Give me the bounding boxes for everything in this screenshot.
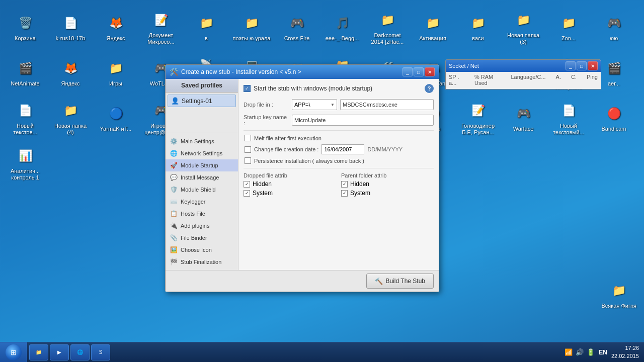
nav-keylogger[interactable]: ⌨️ Keylogger [166,196,238,208]
date-input-field[interactable]: 16/04/2007 [321,144,364,154]
nav-stub-finalization[interactable]: 🏁 Stub Finalization [166,256,238,268]
taskbar-media-btn[interactable]: ▶ [50,344,69,360]
drop-file-label: Drop file in : [244,102,289,108]
profile-list: 👤 Settings-01 [166,93,238,133]
secondary-maximize-btn[interactable]: □ [577,61,587,70]
taskbar-folder-btn[interactable]: 📁 [29,344,48,360]
melt-file-row: Melt file after first execution [244,135,434,141]
desktop-icon-igry[interactable]: 📁 Игры [93,50,138,96]
desktop-icon-yandex2[interactable]: 🦊 Яндекс [48,50,93,96]
change-date-checkbox[interactable] [245,146,251,153]
stub-finalization-icon: 🏁 [170,258,178,266]
desktop-icon-recycle[interactable]: 🗑️ Корзина [3,5,48,50]
build-stub-button[interactable]: 🔨 Build The Stub [366,274,434,289]
profile-item-settings01[interactable]: 👤 Settings-01 [168,95,236,107]
date-format-hint: DD/MM/YYYY [367,146,403,152]
dropped-hidden-checkbox[interactable]: ✓ [244,181,250,188]
parent-hidden-checkbox[interactable]: ✓ [341,181,348,188]
nav-choose-icon[interactable]: 🖼️ Choose Icon [166,244,238,256]
col-c: C. [571,74,577,86]
desktop-icon-bandicam[interactable]: 🔴 Bandicam [591,96,636,141]
desktop-icon-analitik[interactable]: 📊 Аналитич... контроль 1 [3,141,48,186]
desktop-icon-vsyak[interactable]: 📁 Всякая Фигня [599,278,639,312]
desktop-icon-newfolder3[interactable]: 📁 Новая папка (3) [501,5,546,50]
nav-choose-icon-label: Choose Icon [181,247,212,253]
desktop-icon-newfolder4[interactable]: 📁 Новая папка (4) [48,96,93,141]
drop-file-row: Drop file in : APP=\ ▼ MSDCSC\msdcsc.exe [244,99,434,110]
melt-file-checkbox[interactable] [245,135,251,141]
nav-stub-finalization-label: Stub Finalization [181,259,221,265]
start-button[interactable]: ⊞ [0,342,27,363]
parent-attrib-title: Parent folder attrib [341,172,434,178]
tray-network-icon: 📶 [565,348,573,356]
nav-module-startup[interactable]: 🚀 Module Startup [166,159,238,171]
desktop-icon-darkcomet[interactable]: 📁 Darkcomet 2014 [zHac... [365,5,410,50]
help-button[interactable]: ? [425,84,434,93]
desktop-icon-folder-b[interactable]: 📁 в [184,5,229,50]
taskbar-skype-btn[interactable]: S [91,344,110,360]
desktop-icon-netanimate[interactable]: 🎬 NetAnimate [3,50,48,96]
hosts-file-icon: 📋 [170,210,178,218]
taskbar-folder-icon: 📁 [35,348,43,356]
dropped-system-checkbox[interactable]: ✓ [244,190,250,197]
parent-system-item: ✓ System [341,190,434,197]
drop-file-dropdown[interactable]: APP=\ ▼ [292,99,337,110]
nav-hosts-file-label: Hosts File [181,211,205,217]
taskbar-right: 📶 🔊 🔋 EN 17:26 22.02.2015 [559,344,644,360]
desktop-icon-newtext[interactable]: 📄 Новый текстов... [3,96,48,141]
dialog-close-btn[interactable]: ✕ [425,67,435,76]
dropped-attrib-title: Dropped file attrib [244,172,336,178]
profile-item-label: Settings-01 [182,98,212,105]
desktop-icon-newtext3[interactable]: 📄 Новый текстовый... [546,96,591,141]
desktop-icon-word[interactable]: 📝 Документ Микросо... [138,5,184,50]
drop-file-path-value: MSDCSC\msdcsc.exe [343,102,397,108]
nav-main-settings[interactable]: ⚙️ Main Settings [166,135,238,147]
desktop-icon-yuy[interactable]: 🎮 юю [591,5,636,50]
nav-hosts-file[interactable]: 📋 Hosts File [166,208,238,220]
module-startup-checkbox[interactable]: ✓ [244,85,251,92]
startup-key-input[interactable]: MicroUpdate [292,115,434,126]
secondary-window-body: SP . a... % RAM Used Language/C... A. C.… [446,72,601,88]
dialog-title-icon: 🛠️ [170,68,178,76]
parent-hidden-label: Hidden [350,180,369,188]
dialog-restore-btn[interactable]: □ [414,67,424,76]
desktop-icon-vasi[interactable]: 📁 васи [455,5,501,50]
dialog-title-text: Create a new stub - Installer version < … [181,68,301,75]
titlebar-controls: _ □ ✕ [403,67,435,76]
desktop-icon-yandex[interactable]: 🦊 Яндекс [93,5,138,50]
desktop-icon-crossfire[interactable]: 🎮 Cross Fire [274,5,319,50]
desktop-icon-warface[interactable]: 🎮 Warface [501,96,546,141]
startup-key-value: MicroUpdate [294,117,326,123]
dialog-minimize-btn[interactable]: _ [403,67,413,76]
secondary-close-btn[interactable]: ✕ [588,61,598,70]
nav-main-settings-label: Main Settings [181,138,214,144]
nav-file-binder[interactable]: 📎 File Binder [166,232,238,244]
nav-module-shield[interactable]: 🛡️ Module Shield [166,184,238,196]
desktop-icon-krus[interactable]: 📄 k-rus10-17b [48,5,93,50]
file-binder-icon: 📎 [170,234,178,242]
taskbar-language: EN [599,349,607,356]
desktop-icon-golovod[interactable]: 📝 Головодинер Б.Е, Русан... [455,96,501,141]
nav-install-message[interactable]: 💬 Install Message [166,171,238,184]
parent-system-checkbox[interactable]: ✓ [341,190,348,197]
nav-add-plugins-label: Add plugins [181,223,210,229]
desktop-icon-poems[interactable]: 📁 поэты ю.урала [229,5,274,50]
nav-add-plugins[interactable]: 🔌 Add plugins [166,220,238,232]
right-panel: ✓ Start the stub with windows (module st… [238,79,439,270]
taskbar-browser-btn[interactable]: 🌐 [70,344,90,360]
change-date-row: Change file creation date : 16/04/2007 D… [244,144,434,154]
secondary-minimize-btn[interactable]: _ [566,61,576,70]
drop-file-path-input[interactable]: MSDCSC\msdcsc.exe [340,99,434,110]
add-plugins-icon: 🔌 [170,222,178,230]
profile-icon: 👤 [171,97,179,105]
desktop-icon-zone[interactable]: 📁 Zon... [546,5,591,50]
dialog-footer: 🔨 Build The Stub [166,270,439,292]
change-date-label: Change file creation date : [254,146,318,152]
persistence-checkbox[interactable] [245,157,251,164]
nav-network-settings[interactable]: 🌐 Network Settings [166,147,238,159]
desktop-icon-yarmark[interactable]: 🔵 YarmaK иT... [93,96,138,141]
persistence-label: Persistence installation ( always come b… [254,158,364,164]
desktop-icon-aktivacia[interactable]: 📁 Активация [410,5,455,50]
taskbar-items: 📁 ▶ 🌐 S [27,342,559,362]
desktop-icon-mp3[interactable]: 🎵 eee-_-Begg... [319,5,365,50]
